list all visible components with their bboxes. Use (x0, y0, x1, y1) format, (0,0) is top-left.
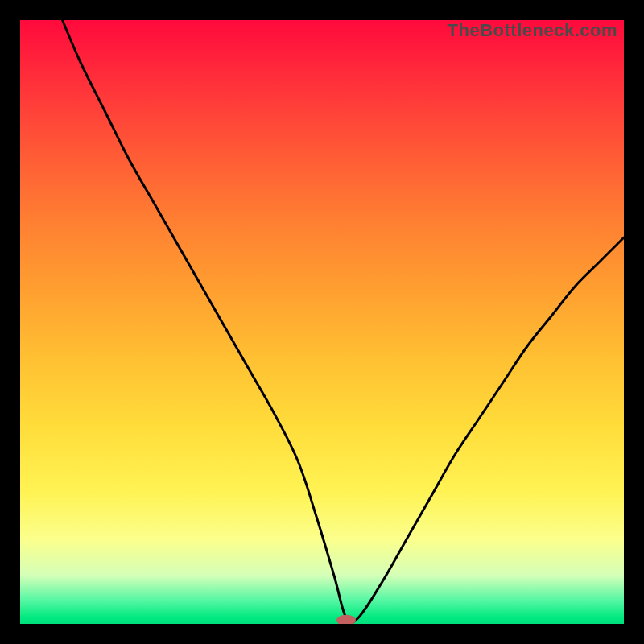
chart-frame: TheBottleneck.com (0, 0, 644, 644)
svg-point-0 (336, 615, 356, 624)
plot-area: TheBottleneck.com (20, 20, 624, 624)
minimum-marker (20, 20, 624, 624)
